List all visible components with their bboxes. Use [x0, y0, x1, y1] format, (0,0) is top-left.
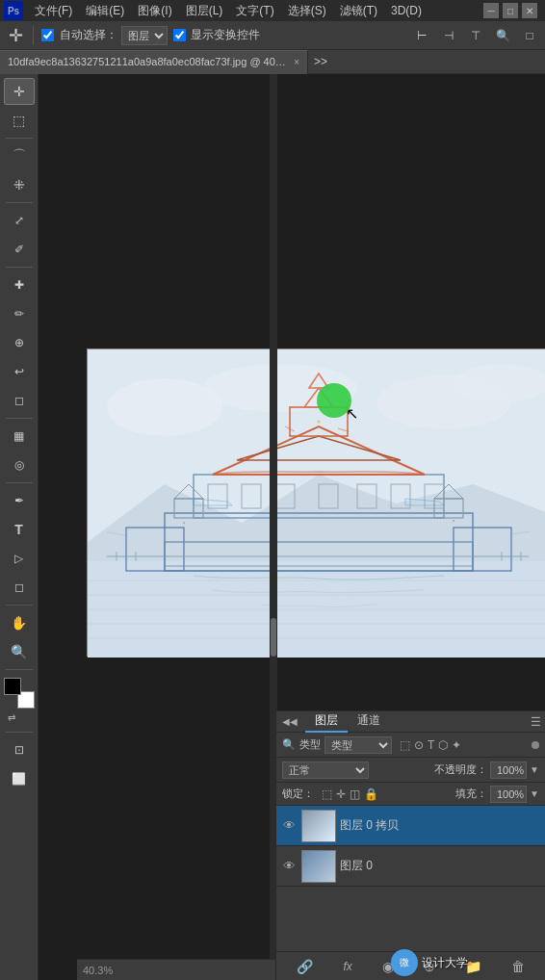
channels-tab[interactable]: 通道 [348, 710, 390, 733]
filter-text-btn[interactable]: T [428, 738, 434, 752]
layer-row-0[interactable]: 👁 图层 0 拷贝 [276, 806, 545, 846]
lock-position-btn[interactable]: ✛ [336, 787, 346, 801]
hand-tool-btn[interactable]: ✋ [4, 609, 35, 636]
filter-shape-btn[interactable]: ⬡ [438, 738, 448, 752]
opacity-arrow[interactable]: ▼ [530, 764, 539, 775]
blend-mode-select[interactable]: 正常 [282, 761, 369, 779]
tool-divider-3 [6, 267, 33, 268]
auto-select-checkbox[interactable] [41, 29, 54, 41]
restore-button[interactable]: □ [503, 3, 518, 18]
layer-effects-btn[interactable]: fx [337, 958, 357, 975]
menu-filter[interactable]: 滤镜(T) [334, 1, 383, 21]
dodge-tool-btn[interactable]: ◎ [4, 451, 35, 478]
align-left-btn[interactable]: ⊢ [410, 24, 433, 47]
watermark: 微 设计大学 [391, 949, 468, 976]
watermark-icon: 微 [391, 949, 418, 976]
switch-colors-btn[interactable]: ⇄ [8, 712, 15, 728]
scrollbar-thumb[interactable] [271, 618, 276, 657]
layers-lock-bar: 锁定： ⬚ ✛ ◫ 🔒 填充： ▼ [276, 783, 545, 806]
tool-divider-2 [6, 202, 33, 203]
lock-artboards-btn[interactable]: ◫ [350, 787, 360, 801]
crop-tool-btn[interactable]: ⤢ [4, 207, 35, 234]
fill-row: 填充： ▼ [455, 786, 539, 803]
tab-bar: 10dfa9ec8a13632751211a0a9a8fa0ec08fac73f… [0, 50, 545, 74]
filter-adjust-btn[interactable]: ⊙ [414, 738, 424, 752]
menu-text[interactable]: 文字(T) [230, 1, 279, 21]
fill-arrow[interactable]: ▼ [530, 788, 539, 799]
menu-file[interactable]: 文件(F) [29, 1, 78, 21]
menu-layer[interactable]: 图层(L) [180, 1, 229, 21]
filter-smart-btn[interactable]: ✦ [452, 738, 461, 752]
filter-toggle-dot[interactable] [532, 741, 539, 749]
opacity-input[interactable] [490, 761, 527, 779]
menu-3d[interactable]: 3D(D) [385, 2, 428, 19]
filter-type-select[interactable]: 类型 [324, 736, 392, 754]
heal-tool-btn[interactable]: ✚ [4, 271, 35, 298]
panel-collapse-btn[interactable]: ◀◀ [278, 714, 301, 729]
panel-menu-btn[interactable]: ☰ [531, 715, 541, 729]
layer-visibility-1[interactable]: 👁 [280, 858, 298, 875]
gradient-tool-btn[interactable]: ▦ [4, 423, 35, 450]
quick-mask-btn[interactable]: ⊡ [4, 736, 35, 763]
path-select-tool-btn[interactable]: ▷ [4, 545, 35, 572]
align-center-btn[interactable]: ⊣ [437, 24, 460, 47]
minimize-button[interactable]: ─ [483, 3, 499, 18]
artwork-svg [88, 349, 545, 658]
screen-mode-btn[interactable]: ⬜ [4, 765, 35, 792]
move-tool-options[interactable]: ✛ [4, 24, 27, 47]
layer-row-1[interactable]: 👁 图层 0 [276, 846, 545, 887]
marquee-tool-btn[interactable]: ⬚ [4, 107, 35, 134]
search-layers-icon: 🔍 [282, 738, 296, 751]
foreground-color-swatch[interactable] [4, 678, 21, 695]
status-bar: 40.3% [77, 959, 275, 980]
fill-label: 填充： [455, 787, 487, 801]
search-btn[interactable]: 🔍 [491, 24, 514, 47]
menu-edit[interactable]: 编辑(E) [80, 1, 130, 21]
tab-close-btn[interactable]: × [294, 57, 299, 67]
close-button[interactable]: ✕ [522, 3, 537, 18]
color-swatches[interactable] [4, 678, 35, 709]
fill-input[interactable] [490, 786, 527, 803]
divider-1 [33, 26, 34, 45]
workspace-btn[interactable]: □ [518, 24, 541, 47]
lock-pixels-btn[interactable]: ⬚ [322, 787, 332, 801]
options-toolbar: ✛ 自动选择： 图层 组 显示变换控件 ⊢ ⊣ ⊤ 🔍 □ [0, 21, 545, 50]
tab-filename: 10dfa9ec8a13632751211a0a9a8fa0ec08fac73f… [8, 55, 286, 69]
lasso-tool-btn[interactable]: ⌒ [4, 142, 35, 169]
link-layers-btn[interactable]: 🔗 [291, 957, 319, 976]
layers-tab[interactable]: 图层 [305, 710, 348, 733]
pen-tool-btn[interactable]: ✒ [4, 487, 35, 514]
svg-point-36 [318, 421, 321, 424]
move-tool-btn[interactable]: ✛ [4, 78, 35, 105]
image-canvas[interactable]: ↖ [87, 348, 545, 657]
shape-tool-btn[interactable]: ◻ [4, 574, 35, 601]
tool-divider-7 [6, 669, 33, 670]
delete-layer-btn[interactable]: 🗑 [506, 957, 531, 976]
show-transform-checkbox[interactable] [173, 29, 186, 41]
layer-thumb-image-0 [302, 811, 335, 841]
menu-image[interactable]: 图像(I) [132, 1, 177, 21]
text-tool-btn[interactable]: T [4, 516, 35, 543]
eyedropper-tool-btn[interactable]: ✐ [4, 236, 35, 263]
tab-overflow-btn[interactable]: >> [308, 55, 333, 68]
eraser-tool-btn[interactable]: ◻ [4, 387, 35, 414]
menu-select[interactable]: 选择(S) [282, 1, 332, 21]
filter-pixel-btn[interactable]: ⬚ [400, 738, 410, 752]
auto-select-target[interactable]: 图层 组 [121, 26, 168, 45]
lock-label: 锁定： [282, 787, 314, 801]
clone-tool-btn[interactable]: ⊕ [4, 329, 35, 356]
tool-divider-4 [6, 418, 33, 419]
lock-all-btn[interactable]: 🔒 [364, 787, 378, 801]
svg-point-34 [183, 522, 185, 524]
layer-name-0: 图层 0 拷贝 [340, 817, 541, 834]
align-right-btn[interactable]: ⊤ [464, 24, 487, 47]
tool-divider-1 [6, 138, 33, 139]
document-tab[interactable]: 10dfa9ec8a13632751211a0a9a8fa0ec08fac73f… [0, 50, 308, 74]
quick-select-tool-btn[interactable]: ⁜ [4, 171, 35, 198]
layer-visibility-0[interactable]: 👁 [280, 817, 298, 835]
history-tool-btn[interactable]: ↩ [4, 358, 35, 385]
layers-blend-bar: 正常 不透明度： ▼ [276, 758, 545, 783]
brush-tool-btn[interactable]: ✏ [4, 300, 35, 327]
zoom-tool-btn[interactable]: 🔍 [4, 638, 35, 665]
filter-type-label: 类型 [299, 737, 321, 752]
